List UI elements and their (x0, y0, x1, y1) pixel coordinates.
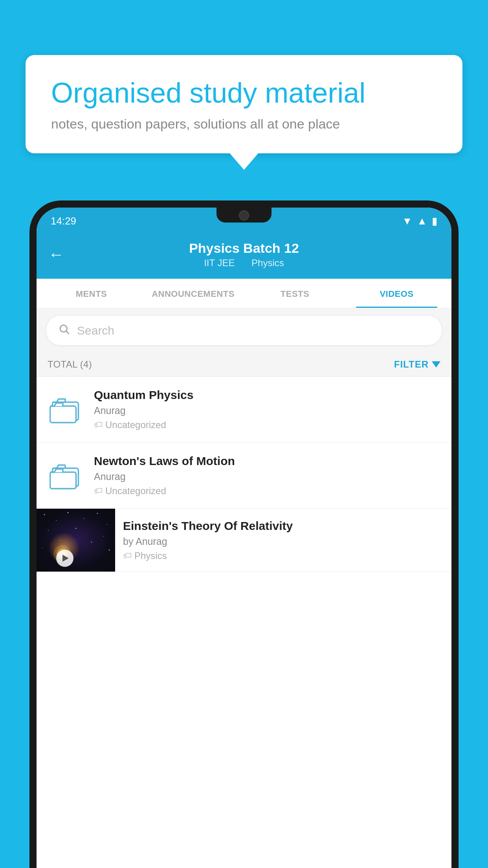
video-tag: 🏷 Physics (123, 550, 444, 561)
list-item[interactable]: Einstein's Theory Of Relativity by Anura… (37, 509, 451, 572)
batch-tag-physics: Physics (251, 257, 284, 268)
back-button[interactable]: ← (48, 246, 64, 263)
filter-button[interactable]: FILTER (394, 359, 440, 370)
video-title: Einstein's Theory Of Relativity (123, 519, 444, 533)
thumbnail-stars (37, 509, 115, 572)
folder-icon (50, 462, 81, 489)
svg-point-7 (56, 520, 57, 521)
svg-line-1 (66, 331, 69, 334)
tab-tests[interactable]: TESTS (244, 279, 346, 308)
tag-icon: 🏷 (94, 420, 103, 430)
battery-icon: ▮ (432, 215, 437, 227)
search-icon (58, 323, 70, 338)
status-icons: ▼ ▲ ▮ (402, 215, 437, 227)
video-list: Quantum Physics Anurag 🏷 Uncategorized (37, 377, 451, 572)
video-info: Einstein's Theory Of Relativity by Anura… (115, 510, 451, 571)
list-item[interactable]: Newton's Laws of Motion Anurag 🏷 Uncateg… (37, 443, 451, 509)
signal-icon: ▲ (417, 215, 427, 227)
filter-triangle-icon (432, 361, 440, 368)
video-author: by Anurag (123, 536, 444, 547)
search-container: Search (37, 308, 451, 353)
video-author: Anurag (94, 471, 440, 482)
svg-rect-3 (50, 406, 76, 423)
video-author: Anurag (94, 405, 440, 416)
tag-icon: 🏷 (94, 486, 103, 496)
svg-point-10 (97, 513, 98, 514)
tag-label: Physics (134, 550, 167, 561)
tab-ments[interactable]: MENTS (40, 279, 142, 308)
header-title-block: Physics Batch 12 IIT JEE Physics (189, 241, 299, 268)
svg-point-18 (109, 550, 110, 551)
wifi-icon: ▼ (402, 215, 413, 227)
video-title: Quantum Physics (94, 388, 440, 402)
phone-screen: 14:29 ▼ ▲ ▮ ← Physics Batch 12 IIT JEE P… (37, 208, 451, 868)
header-subtitle: IIT JEE Physics (189, 257, 299, 268)
svg-point-16 (91, 542, 92, 543)
svg-point-9 (83, 518, 84, 519)
video-info: Newton's Laws of Motion Anurag 🏷 Uncateg… (94, 454, 440, 497)
tag-label: Uncategorized (105, 485, 166, 497)
status-time: 14:29 (51, 215, 76, 227)
search-bar[interactable]: Search (46, 315, 442, 346)
video-title: Newton's Laws of Motion (94, 454, 440, 468)
play-triangle-icon (62, 555, 69, 562)
filter-bar: TOTAL (4) FILTER (37, 353, 451, 377)
speech-bubble: Organised study material notes, question… (26, 55, 462, 153)
header-title: Physics Batch 12 (189, 241, 299, 256)
video-info: Quantum Physics Anurag 🏷 Uncategorized (94, 388, 440, 430)
video-tag: 🏷 Uncategorized (94, 485, 440, 497)
svg-point-12 (48, 530, 49, 531)
phone-outer: 14:29 ▼ ▲ ▮ ← Physics Batch 12 IIT JEE P… (29, 200, 459, 868)
svg-point-14 (103, 536, 104, 537)
phone-notch (216, 208, 272, 223)
svg-point-6 (44, 514, 45, 515)
svg-point-15 (60, 540, 61, 541)
total-count: TOTAL (4) (48, 359, 92, 370)
tabs-bar: MENTS ANNOUNCEMENTS TESTS VIDEOS (37, 279, 451, 308)
play-button[interactable] (56, 550, 73, 567)
folder-icon (50, 396, 81, 423)
search-placeholder: Search (77, 324, 114, 337)
tab-videos[interactable]: VIDEOS (346, 279, 448, 308)
subtext: notes, question papers, solutions all at… (51, 116, 437, 132)
video-icon-area (48, 462, 83, 489)
svg-point-8 (68, 512, 69, 513)
phone-frame: 14:29 ▼ ▲ ▮ ← Physics Batch 12 IIT JEE P… (29, 200, 459, 868)
thumbnail-bg (37, 509, 115, 572)
tag-icon: 🏷 (123, 551, 132, 561)
filter-label: FILTER (394, 359, 429, 370)
svg-rect-5 (50, 472, 76, 489)
speech-bubble-container: Organised study material notes, question… (26, 55, 462, 153)
svg-point-0 (60, 325, 67, 332)
app-header: ← Physics Batch 12 IIT JEE Physics (37, 232, 451, 279)
svg-point-11 (107, 524, 108, 525)
svg-point-17 (42, 548, 43, 548)
video-icon-area (48, 396, 83, 423)
headline: Organised study material (51, 77, 437, 109)
phone-camera (239, 210, 249, 221)
list-item[interactable]: Quantum Physics Anurag 🏷 Uncategorized (37, 377, 451, 443)
svg-point-13 (75, 528, 77, 529)
tab-announcements[interactable]: ANNOUNCEMENTS (142, 279, 244, 308)
video-tag: 🏷 Uncategorized (94, 419, 440, 430)
tag-label: Uncategorized (105, 419, 166, 430)
batch-tag-iit: IIT JEE (204, 257, 235, 268)
video-thumbnail (37, 509, 115, 572)
